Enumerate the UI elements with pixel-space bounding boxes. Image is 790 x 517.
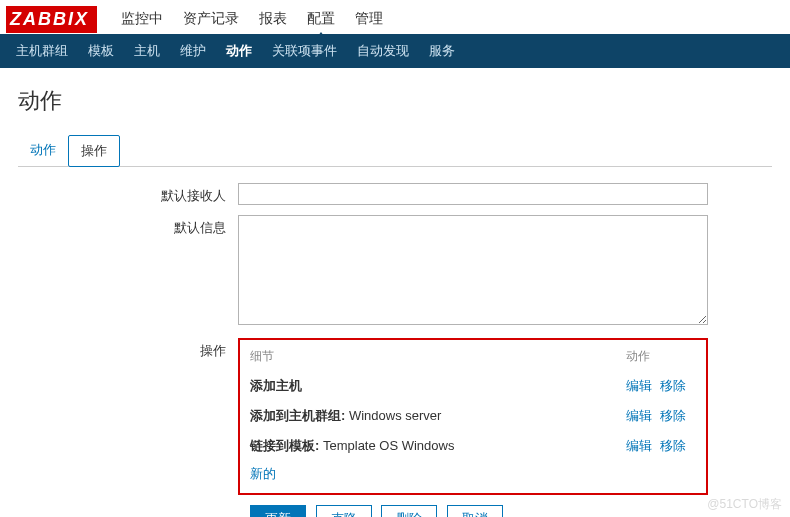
- cancel-button[interactable]: 取消: [447, 505, 503, 517]
- operation-row: 添加主机 编辑 移除: [250, 371, 696, 401]
- update-button[interactable]: 更新: [250, 505, 306, 517]
- operation-edit-link[interactable]: 编辑: [626, 408, 652, 423]
- operations-box: 细节 动作 添加主机 编辑 移除 添加到主机群组: Windows server…: [238, 338, 708, 495]
- ops-header-detail: 细节: [250, 348, 626, 365]
- nav-configuration[interactable]: 配置: [297, 2, 345, 36]
- operation-row: 添加到主机群组: Windows server 编辑 移除: [250, 401, 696, 431]
- subnav-actions[interactable]: 动作: [216, 34, 262, 68]
- operation-remove-link[interactable]: 移除: [660, 378, 686, 393]
- logo: ZABBIX: [6, 6, 97, 33]
- operation-edit-link[interactable]: 编辑: [626, 438, 652, 453]
- operation-text: 添加主机: [250, 377, 626, 395]
- button-bar: 更新 克隆 删除 取消: [250, 505, 772, 517]
- top-nav: ZABBIX 监控中 资产记录 报表 配置 管理: [0, 0, 790, 34]
- operation-row: 链接到模板: Template OS Windows 编辑 移除: [250, 431, 696, 461]
- tab-operations[interactable]: 操作: [68, 135, 120, 167]
- nav-inventory[interactable]: 资产记录: [173, 2, 249, 36]
- page-title: 动作: [18, 86, 772, 116]
- watermark: @51CTO博客: [707, 496, 782, 513]
- default-message-label: 默认信息: [18, 215, 238, 328]
- subnav-templates[interactable]: 模板: [78, 34, 124, 68]
- nav-monitoring[interactable]: 监控中: [111, 2, 173, 36]
- operation-edit-link[interactable]: 编辑: [626, 378, 652, 393]
- nav-administration[interactable]: 管理: [345, 2, 393, 36]
- subnav-discovery[interactable]: 自动发现: [347, 34, 419, 68]
- default-message-textarea[interactable]: [238, 215, 708, 325]
- clone-button[interactable]: 克隆: [316, 505, 372, 517]
- tabs: 动作 操作: [18, 134, 772, 167]
- subnav-maintenance[interactable]: 维护: [170, 34, 216, 68]
- subnav-correlation[interactable]: 关联项事件: [262, 34, 347, 68]
- default-recipient-label: 默认接收人: [18, 183, 238, 205]
- operation-new-link[interactable]: 新的: [250, 461, 276, 487]
- operation-text: 链接到模板: Template OS Windows: [250, 437, 626, 455]
- subnav-hostgroups[interactable]: 主机群组: [6, 34, 78, 68]
- sub-nav: 主机群组 模板 主机 维护 动作 关联项事件 自动发现 服务: [0, 34, 790, 68]
- ops-header-action: 动作: [626, 348, 696, 365]
- operation-text: 添加到主机群组: Windows server: [250, 407, 626, 425]
- tab-action[interactable]: 动作: [18, 135, 68, 167]
- operation-remove-link[interactable]: 移除: [660, 438, 686, 453]
- default-recipient-input[interactable]: [238, 183, 708, 205]
- subnav-services[interactable]: 服务: [419, 34, 465, 68]
- subnav-hosts[interactable]: 主机: [124, 34, 170, 68]
- operations-label: 操作: [18, 338, 238, 495]
- operation-remove-link[interactable]: 移除: [660, 408, 686, 423]
- content-area: 动作 动作 操作 默认接收人 默认信息 操作 细节 动作 添加主机 编辑 移除: [0, 68, 790, 517]
- delete-button[interactable]: 删除: [381, 505, 437, 517]
- nav-reports[interactable]: 报表: [249, 2, 297, 36]
